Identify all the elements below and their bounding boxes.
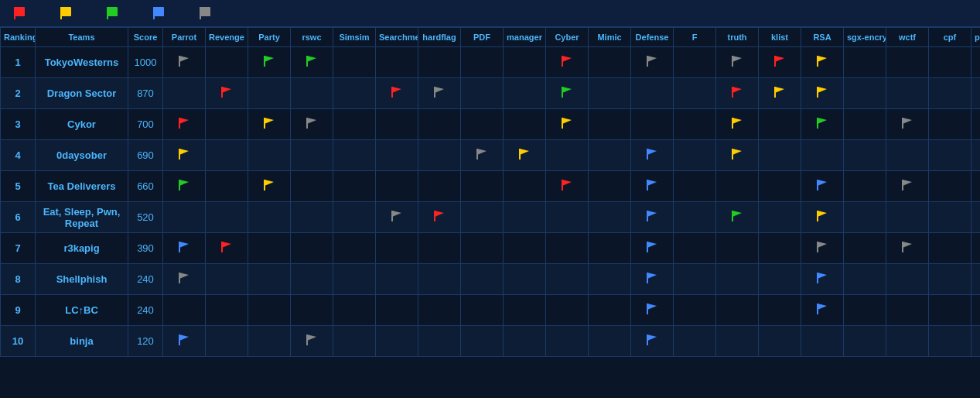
flag-cell-cpf [929, 140, 971, 171]
svg-marker-76 [647, 180, 657, 186]
flag-cell-simsim [333, 295, 376, 326]
flag-cell-manager [504, 202, 546, 233]
green-flag-icon [105, 6, 122, 20]
flag-cell-rsa [801, 109, 844, 140]
flag-cell-pdf [461, 171, 504, 202]
flag-cell-revenge [206, 171, 248, 202]
flag-cell-parrot [163, 140, 206, 171]
flag-cell-parrot [163, 109, 206, 140]
col-sgx-encrypt: sgx-encrypt [844, 28, 886, 47]
svg-marker-92 [818, 211, 827, 217]
flag-cell-pdf [461, 47, 504, 78]
col-ranking: Ranking [1, 28, 36, 47]
team-name-cell: Dragon Sector [36, 78, 128, 109]
flag-cell-rsa [801, 202, 844, 233]
col-manager: manager [504, 28, 546, 47]
col-rswc: rswc [291, 28, 333, 47]
flag-cell-rswc [291, 78, 333, 109]
flag-cell-parrot [163, 47, 206, 78]
score-cell: 120 [128, 326, 163, 357]
flag-cell-searchme [376, 326, 418, 357]
flag-cell-pigdriver [971, 202, 981, 233]
scoreboard-table: Ranking Teams Score Parrot Revenge Party… [0, 27, 980, 357]
svg-marker-86 [435, 211, 444, 217]
svg-marker-54 [818, 118, 827, 124]
table-header-row: Ranking Teams Score Parrot Revenge Party… [1, 28, 981, 47]
flag-cell-party [248, 264, 291, 295]
flag-cell-mimic [589, 171, 631, 202]
flag-cell-mimic [589, 264, 631, 295]
flag-cell-truth [716, 295, 759, 326]
svg-marker-56 [903, 118, 912, 124]
rank-cell: 2 [1, 78, 36, 109]
flag-cell-f [674, 326, 716, 357]
col-score: Score [128, 28, 163, 47]
flag-cell-wctf [886, 295, 929, 326]
col-simsim: Simsim [333, 28, 376, 47]
flag-cell-klist [759, 295, 801, 326]
team-name-cell: Cykor [36, 109, 128, 140]
flag-cell-rsa [801, 233, 844, 264]
flag-cell-hardflag [418, 78, 461, 109]
flag-cell-defense [631, 264, 674, 295]
flag-cell-rsa [801, 264, 844, 295]
flag-cell-cyber [546, 233, 589, 264]
flag-cell-f [674, 78, 716, 109]
flag-cell-defense [631, 109, 674, 140]
flag-cell-klist [759, 326, 801, 357]
legend-third-bonus [105, 6, 128, 20]
flag-cell-rsa [801, 78, 844, 109]
flag-cell-manager [504, 109, 546, 140]
team-name-cell: LC↑BC [36, 295, 128, 326]
col-cpf: cpf [929, 28, 971, 47]
flag-cell-rsa [801, 47, 844, 78]
svg-marker-38 [775, 87, 784, 93]
col-rsa: RSA [801, 28, 844, 47]
svg-marker-84 [392, 211, 401, 217]
svg-marker-70 [179, 180, 189, 186]
flag-cell-parrot [163, 202, 206, 233]
svg-marker-48 [307, 118, 316, 124]
flag-cell-parrot [163, 295, 206, 326]
flag-cell-searchme [376, 47, 418, 78]
flag-cell-mimic [589, 233, 631, 264]
flag-cell-manager [504, 326, 546, 357]
flag-cell-party [248, 47, 291, 78]
flag-cell-revenge [206, 47, 248, 78]
flag-cell-party [248, 109, 291, 140]
flag-cell-revenge [206, 109, 248, 140]
flag-cell-cpf [929, 295, 971, 326]
svg-marker-114 [818, 304, 827, 310]
flag-cell-manager [504, 78, 546, 109]
flag-cell-rswc [291, 326, 333, 357]
flag-cell-simsim [333, 109, 376, 140]
flag-cell-searchme [376, 140, 418, 171]
flag-cell-cyber [546, 264, 589, 295]
flag-cell-simsim [333, 140, 376, 171]
svg-rect-6 [154, 7, 164, 16]
flag-cell-cpf [929, 171, 971, 202]
flag-cell-hardflag [418, 295, 461, 326]
flag-cell-simsim [333, 264, 376, 295]
flag-cell-truth [716, 326, 759, 357]
table-row: 1TokyoWesterns1000 [1, 47, 981, 78]
svg-marker-40 [818, 87, 827, 93]
flag-cell-pigdriver [971, 47, 981, 78]
legend-solved [152, 6, 175, 20]
score-cell: 660 [128, 171, 163, 202]
flag-cell-mimic [589, 47, 631, 78]
flag-cell-revenge [206, 326, 248, 357]
flag-cell-wctf [886, 109, 929, 140]
flag-cell-sgx-encrypt [844, 109, 886, 140]
flag-cell-searchme [376, 264, 418, 295]
flag-cell-parrot [163, 233, 206, 264]
flag-cell-cpf [929, 233, 971, 264]
flag-cell-cyber [546, 78, 589, 109]
flag-cell-sgx-encrypt [844, 171, 886, 202]
flag-cell-revenge [206, 295, 248, 326]
flag-cell-defense [631, 295, 674, 326]
svg-marker-16 [562, 56, 572, 62]
flag-cell-cpf [929, 109, 971, 140]
table-row: 8Shellphish240 [1, 264, 981, 295]
red-flag-icon [12, 6, 29, 20]
